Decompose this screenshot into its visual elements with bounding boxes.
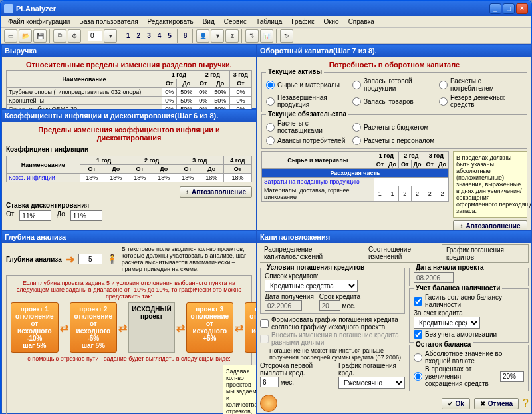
tb-person-icon[interactable]: 👤 [196,29,209,43]
tb-step-1[interactable]: 1 [124,32,133,39]
chk-form-graph[interactable] [260,319,269,328]
autofill-button[interactable]: ↕ Автозаполнение [180,186,252,198]
depth-window: Глубина анализа Глубина анализа ➜ 🧍 В те… [1,230,257,414]
pct-input[interactable] [500,371,524,382]
cap-cancel-button[interactable]: ✖ Отмена [474,398,519,409]
project-box-base: ИСХОДНЫЙ проект [128,302,174,353]
menu-db[interactable]: База пользователя [75,18,142,25]
menu-graph[interactable]: График [287,18,318,25]
help-icon[interactable]: ? [523,397,529,409]
arrow-icon: ⇄ [235,321,243,334]
liab-radio-0[interactable] [266,123,275,132]
tb-copy-icon[interactable]: ⧉ [53,29,66,43]
liab-radio-1[interactable] [266,136,275,145]
discount-to-input[interactable] [70,210,102,221]
bal-radio-pct[interactable] [414,372,422,381]
bal-radio-abs[interactable] [414,353,422,362]
asset-radio-3[interactable] [352,97,361,106]
tb-formula-icon[interactable]: Σ [225,29,239,43]
revenue-window: Выручка Относительные пределы изменения … [1,44,257,109]
toolbar: ▭ 📂 💾 ⧉ ⚙ ▾ 1 2 3 4 5 8 👤 ▼ Σ ⇅ 📊 ↻ [1,28,531,44]
table-row: Кронштейны0%50%0%50%0% [7,97,252,105]
wc-table[interactable]: Сырье и материалы1 год2 год3 год ОтДоОтД… [261,151,449,202]
close-button[interactable]: × [516,3,528,14]
asset-radio-1[interactable] [266,97,275,106]
app-title: PLAnalyzer [16,5,489,13]
menu-window[interactable]: Окно [319,18,342,25]
person-icon: 🧍 [106,254,118,264]
chk-balance[interactable] [414,297,422,306]
credit-select[interactable]: Кредитные средства [265,280,358,292]
credit-src-select[interactable]: Кредитные средства [414,317,480,329]
wc-window: Оборотный капитал(Шаг 7 из 8). Потребнос… [257,44,532,230]
menu-table[interactable]: Таблица [252,18,286,25]
tb-dropdown-icon[interactable]: ▾ [104,29,117,43]
asset-radio-0[interactable] [266,81,275,89]
tb-step-4[interactable]: 4 [155,32,164,39]
app-icon [4,4,13,13]
menu-help[interactable]: Справка [344,18,378,25]
tb-step-2[interactable]: 2 [134,32,144,39]
start-date-input [414,272,454,283]
tb-value-input[interactable] [88,31,102,41]
arrow-icon: ⇄ [118,321,127,334]
tab-0[interactable]: Распределение капиталовложений [260,244,364,262]
tb-new-icon[interactable]: ▭ [4,29,17,43]
discount-label: Ставка дисконтирования [6,202,252,209]
tab-2[interactable]: График погашения кредитов [442,244,529,262]
cap-ok-button[interactable]: ✔ Ok [442,398,470,409]
tb-refresh-icon[interactable]: ↻ [280,29,293,43]
tb-step-3[interactable]: 3 [144,32,154,39]
tb-sort-icon[interactable]: ⇅ [245,29,259,43]
maximize-button[interactable]: □ [503,3,515,14]
arrow-right-icon: ➜ [66,253,74,266]
revenue-title: Выручка [5,47,253,55]
asset-radio-2[interactable] [352,81,361,89]
inflation-table[interactable]: Наименование 1 год 2 год 3 год 4 год ОтД… [6,156,252,182]
tb-funnel-icon[interactable]: ▼ [211,29,224,43]
asset-radio-5[interactable] [439,97,448,106]
menu-file[interactable]: Файл конфигурации [4,18,74,25]
inflation-title: Коэффициенты инфляции и дисконтирования(… [5,112,253,120]
revenue-heading: Относительные пределы изменения разделов… [6,59,252,70]
tb-step-8[interactable]: 8 [181,32,190,39]
sched-select[interactable]: Ежемесячно [338,377,405,389]
inflation-heading: Пределы изменения коэффициентов инфляции… [6,124,252,143]
wc-hint: В пределах должны быть указаны абсолютны… [453,151,527,218]
menu-edit[interactable]: Редактировать [144,18,198,25]
arrow-icon: ⇄ [60,321,68,334]
cap-window: Капиталовложения Распределение капиталов… [257,230,532,414]
project-box-4: проект 4отклонение от исходного +5% [245,302,256,353]
project-box-3: проект 3отклонение от исходного +5% [186,302,234,353]
menu-view[interactable]: Вид [199,18,219,25]
date-input [265,300,302,311]
wc-title: Оборотный капитал(Шаг 7 из 8). [260,47,529,55]
menu-service[interactable]: Сервис [220,18,251,25]
app-titlebar: PLAnalyzer _ □ × [1,1,531,16]
term-input [319,300,340,311]
inflation-coef-label: Коэффициент инфляции [6,146,252,153]
tb-chart-icon[interactable]: 📊 [260,29,273,43]
discount-from-input[interactable] [19,210,51,221]
minimize-button[interactable]: _ [489,3,501,14]
inflation-window: Коэффициенты инфляции и дисконтирования(… [1,109,257,230]
tb-config-icon[interactable]: ⚙ [68,29,81,43]
project-box-1: проект 1отклонение от исходного -10%шаг … [11,302,59,353]
tb-open-icon[interactable]: 📂 [19,29,32,43]
menubar: Файл конфигурации База пользователя Реда… [1,16,531,28]
chk-equal [260,335,269,343]
chk-amort[interactable] [414,330,422,339]
tab-1[interactable]: Соотношение изменений [364,244,442,262]
project-box-2: проект 2отклонение от исходного -5%шаг 5… [70,302,118,353]
delay-input[interactable] [260,377,279,387]
liab-radio-3[interactable] [352,136,361,145]
arrow-icon: ⇄ [176,321,185,334]
depth-input[interactable] [78,254,102,264]
tb-save-icon[interactable]: 💾 [33,29,47,43]
depth-title: Глубина анализа [5,233,253,241]
asset-radio-4[interactable] [439,81,448,89]
seal-icon [260,395,277,412]
table-row: Трубные опоры (типопредставитель 032 опо… [7,88,252,97]
liab-radio-2[interactable] [352,123,361,132]
tb-step-5[interactable]: 5 [165,32,174,39]
